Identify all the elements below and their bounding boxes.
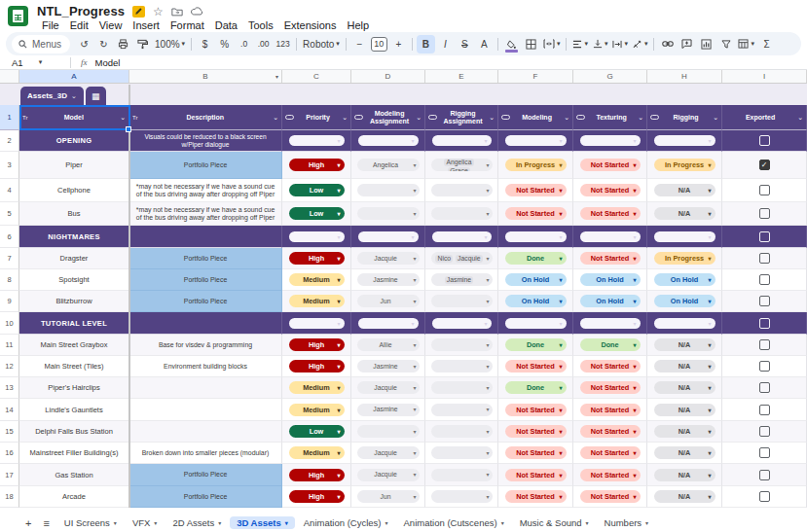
priority-pill[interactable]: High▾ xyxy=(289,159,345,171)
status-pill[interactable]: Not Started▾ xyxy=(580,469,641,481)
cell-modeling-assignment-12[interactable]: Jasmine▾ xyxy=(351,356,425,377)
add-sheet-button[interactable]: + xyxy=(21,517,35,529)
priority-pill[interactable]: Medium▾ xyxy=(289,446,345,459)
cell-section-6-4[interactable]: ▾ xyxy=(573,226,647,248)
row-header-1[interactable]: 1 xyxy=(0,105,19,130)
status-pill[interactable]: Not Started▾ xyxy=(580,252,641,265)
empty-dropdown-pill[interactable]: ▾ xyxy=(580,231,641,242)
empty-dropdown-pill[interactable]: ▾ xyxy=(654,135,715,146)
table-tools-button[interactable]: ▾ xyxy=(736,35,756,53)
exported-checkbox[interactable] xyxy=(759,231,770,242)
assignment-dropdown[interactable]: Jasmine▾ xyxy=(357,360,420,372)
cell-description-16[interactable]: Broken down into smaller pieces (modular… xyxy=(129,443,282,464)
column-header-priority[interactable]: Priority⌄ xyxy=(282,105,351,130)
cell-rigging-4[interactable]: N/A▾ xyxy=(647,179,722,202)
cell-section-10-0[interactable]: ▾ xyxy=(282,312,351,335)
exported-checkbox[interactable] xyxy=(759,382,770,393)
cell-section-10-4[interactable]: ▾ xyxy=(573,312,647,335)
status-pill[interactable]: In Progress▾ xyxy=(505,159,567,171)
column-header-exported[interactable]: Exported⌄ xyxy=(722,105,807,130)
cell-model-16[interactable]: Mainstreet Filler Building(s) xyxy=(19,443,129,464)
column-header-chevron-icon[interactable]: ⌄ xyxy=(342,114,348,122)
cell-rigging-15[interactable]: N/A▾ xyxy=(647,421,722,443)
merge-cells-button[interactable]: ▾ xyxy=(541,35,563,53)
cell-exported-15[interactable] xyxy=(722,421,807,443)
assignment-dropdown[interactable]: ▾ xyxy=(431,425,493,438)
cell-rigging-assignment-15[interactable]: ▾ xyxy=(425,421,498,443)
cell-section-6-0[interactable]: ▾ xyxy=(282,226,351,248)
cell-priority-12[interactable]: High▾ xyxy=(282,356,351,377)
priority-pill[interactable]: High▾ xyxy=(289,469,345,481)
name-box[interactable]: A1 ▾ xyxy=(0,57,70,68)
status-pill[interactable]: N/A▾ xyxy=(654,425,715,438)
cell-rigging-assignment-12[interactable]: ▾ xyxy=(425,356,498,377)
cell-rigging-assignment-8[interactable]: Jasmine▾ xyxy=(425,269,498,291)
exported-checkbox[interactable] xyxy=(759,426,770,437)
cell-description-11[interactable]: Base for visdev & programming xyxy=(129,335,282,356)
empty-dropdown-pill[interactable]: ▾ xyxy=(289,231,345,242)
sheet-tab-2d-assets[interactable]: 2D Assets▾ xyxy=(165,516,228,529)
empty-dropdown-pill[interactable]: ▾ xyxy=(432,135,492,146)
status-pill[interactable]: N/A▾ xyxy=(654,490,715,503)
cell-priority-5[interactable]: Low▾ xyxy=(282,202,351,226)
priority-pill[interactable]: Medium▾ xyxy=(289,273,345,286)
sheet-tab-chevron-icon[interactable]: ▾ xyxy=(501,519,504,526)
column-header-rigging[interactable]: Rigging⌄ xyxy=(647,105,722,130)
assignment-dropdown[interactable]: Jasmine▾ xyxy=(357,273,420,286)
cell-description-5[interactable]: *may not be necessary if we have a sound… xyxy=(129,202,282,226)
assignment-dropdown[interactable]: Jun▾ xyxy=(357,490,420,503)
cell-model-5[interactable]: Bus xyxy=(19,202,129,226)
cell-modeling-15[interactable]: Not Started▾ xyxy=(498,421,573,443)
status-pill[interactable]: In Progress▾ xyxy=(654,159,715,171)
functions-button[interactable]: Σ xyxy=(757,35,776,53)
cell-description-9[interactable]: Portfolio Piece xyxy=(129,291,282,312)
column-letter-E[interactable]: E xyxy=(425,70,498,83)
cell-model-18[interactable]: Arcade xyxy=(19,486,129,508)
cell-exported-16[interactable] xyxy=(722,443,807,464)
sheet-tab-chevron-icon[interactable]: ▾ xyxy=(154,519,157,526)
cell-model-4[interactable]: Cellphone xyxy=(19,179,129,202)
cell-model-8[interactable]: Spotsight xyxy=(19,269,129,291)
cell-description-4[interactable]: *may not be necessary if we have a sound… xyxy=(129,179,282,202)
cell-rigging-assignment-3[interactable]: AngelicaGraceJacquie▾ xyxy=(425,152,498,179)
cell-priority-3[interactable]: High▾ xyxy=(282,152,351,179)
menu-view[interactable]: View xyxy=(94,19,128,31)
cell-exported-12[interactable] xyxy=(722,356,807,377)
zoom-select[interactable]: 100%▾ xyxy=(153,35,187,53)
menu-data[interactable]: Data xyxy=(210,19,242,31)
cell-texturing-16[interactable]: Not Started▾ xyxy=(573,443,647,464)
sheet-tab-chevron-icon[interactable]: ▾ xyxy=(114,519,117,526)
column-header-model[interactable]: TrModel⌄ xyxy=(19,105,129,130)
fill-color-button[interactable] xyxy=(502,35,521,53)
row-header-15[interactable]: 15 xyxy=(0,421,19,443)
cell-rigging-14[interactable]: N/A▾ xyxy=(647,399,722,421)
cell-section-10-2[interactable]: ▾ xyxy=(425,312,498,335)
priority-pill[interactable]: High▾ xyxy=(289,490,345,503)
assignment-dropdown[interactable]: ▾ xyxy=(431,490,493,503)
cell-description-10[interactable] xyxy=(129,312,282,335)
status-pill[interactable]: Not Started▾ xyxy=(505,425,567,438)
cell-rigging-8[interactable]: On Hold▾ xyxy=(647,269,722,291)
number-format-button[interactable]: 123 xyxy=(274,35,292,53)
status-pill[interactable]: Not Started▾ xyxy=(505,446,567,459)
assignment-dropdown[interactable]: NicoJacquie▾ xyxy=(431,252,493,265)
status-pill[interactable]: Not Started▾ xyxy=(505,360,567,372)
row-header-5[interactable]: 5 xyxy=(0,202,19,226)
menu-help[interactable]: Help xyxy=(342,19,374,31)
status-pill[interactable]: Done▾ xyxy=(580,338,641,351)
all-sheets-button[interactable]: ≡ xyxy=(39,517,53,529)
cell-priority-18[interactable]: High▾ xyxy=(282,486,351,508)
column-header-chevron-icon[interactable]: ⌄ xyxy=(489,114,495,122)
cell-texturing-9[interactable]: On Hold▾ xyxy=(573,291,647,312)
cell-texturing-4[interactable]: Not Started▾ xyxy=(573,179,647,202)
exported-checkbox[interactable]: ✓ xyxy=(759,160,770,170)
status-pill[interactable]: On Hold▾ xyxy=(505,295,567,307)
sheet-tab-3d-assets[interactable]: 3D Assets▾ xyxy=(230,516,295,529)
cell-rigging-3[interactable]: In Progress▾ xyxy=(647,152,722,179)
cell-modeling-18[interactable]: Not Started▾ xyxy=(498,486,573,508)
assignment-dropdown[interactable]: ▾ xyxy=(431,360,493,372)
priority-pill[interactable]: Low▾ xyxy=(289,425,345,438)
cell-description-15[interactable] xyxy=(129,421,282,443)
cell-priority-16[interactable]: Medium▾ xyxy=(282,443,351,464)
percent-format-button[interactable]: % xyxy=(215,35,234,53)
